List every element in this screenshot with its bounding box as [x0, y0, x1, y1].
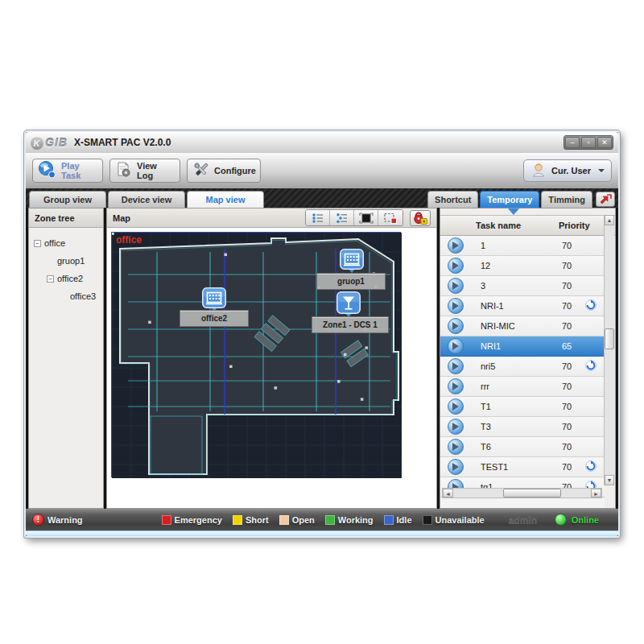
legend-swatch-unavailable — [423, 515, 432, 525]
horizontal-scrollbar[interactable]: ◄ ► — [442, 488, 602, 498]
map-viewport[interactable]: office gruop1office2Zone1 - DCS 1 — [107, 228, 436, 508]
play-task-icon[interactable] — [448, 318, 464, 334]
vscroll-thumb[interactable] — [605, 328, 614, 349]
play-sphere-icon — [38, 160, 57, 181]
tab-timming[interactable]: Timming — [541, 191, 592, 208]
building-icon — [340, 249, 364, 270]
play-task-icon[interactable] — [448, 378, 464, 394]
scroll-down-icon[interactable]: ▼ — [605, 475, 614, 485]
task-row-t3[interactable]: T370 — [440, 417, 605, 437]
task-priority: 70 — [548, 402, 585, 411]
task-priority: 70 — [548, 422, 585, 431]
select-all-button[interactable] — [354, 210, 378, 225]
loop-icon — [585, 360, 597, 371]
content-area: Zone tree −officegruop1−office2office3 M… — [26, 208, 618, 509]
view-log-button[interactable]: View Log — [109, 159, 180, 183]
task-priority: 70 — [548, 462, 585, 472]
column-task-name[interactable]: Task name — [476, 221, 559, 230]
task-row-t6[interactable]: T670 — [440, 437, 605, 457]
tree-item-label: office — [44, 238, 65, 248]
play-task-icon[interactable] — [448, 439, 464, 455]
play-task-icon[interactable] — [448, 398, 464, 415]
play-task-icon[interactable] — [448, 338, 464, 354]
minimize-button[interactable]: – — [565, 137, 580, 148]
play-triangle — [452, 443, 463, 451]
task-table-header: Task name Priority — [440, 215, 615, 236]
play-task-icon[interactable] — [448, 278, 464, 294]
play-triangle — [452, 322, 463, 330]
close-button[interactable]: ✕ — [597, 137, 612, 148]
task-priority: 70 — [548, 382, 585, 391]
hscroll-thumb[interactable] — [503, 489, 561, 497]
group-list-button[interactable] — [306, 210, 330, 225]
column-priority[interactable]: Priority — [559, 221, 596, 230]
device-list-button[interactable] — [330, 210, 354, 225]
building-icon — [202, 287, 226, 308]
alarm-lock-button[interactable] — [410, 210, 431, 226]
warning-indicator[interactable]: ! Warning — [32, 514, 83, 526]
task-panel: Task name Priority 1701270370NRI-170NRI-… — [440, 208, 616, 509]
task-name: 3 — [476, 281, 548, 291]
tab-group-view[interactable]: Group view — [29, 191, 106, 208]
zone-tree: −officegruop1−office2office3 — [29, 228, 103, 312]
task-priority: 70 — [548, 321, 585, 331]
task-loop — [585, 299, 605, 312]
play-task-icon[interactable] — [448, 298, 464, 314]
task-loop — [585, 360, 605, 373]
user-avatar-icon — [530, 162, 547, 180]
play-task-icon[interactable] — [448, 419, 464, 435]
tab-shortcut[interactable]: Shortcut — [427, 191, 478, 208]
play-task-icon[interactable] — [448, 459, 464, 475]
play-task-icon[interactable] — [448, 358, 464, 374]
task-row-nri5[interactable]: nri570 — [440, 357, 605, 377]
tree-item-gruop1[interactable]: gruop1 — [31, 252, 101, 270]
marker-label-zone1-dcs-1[interactable]: Zone1 - DCS 1 — [312, 316, 389, 333]
task-row-nri-mic[interactable]: NRI-MIC70 — [440, 316, 605, 336]
tab-strip: Group viewDevice viewMap view ShortcutTe… — [26, 188, 618, 208]
legend-swatch-idle — [384, 515, 394, 525]
alarm-lock-icon — [413, 212, 427, 225]
tab-device-view[interactable]: Device view — [108, 191, 185, 208]
deselect-button[interactable] — [378, 210, 402, 225]
app-logo: KGIB — [31, 136, 68, 150]
task-row-3[interactable]: 370 — [440, 276, 605, 296]
task-name: nri5 — [476, 361, 548, 371]
marker-label-gruop1[interactable]: gruop1 — [316, 273, 386, 290]
scroll-right-icon[interactable]: ► — [591, 489, 601, 497]
tab-map-view[interactable]: Map view — [187, 191, 264, 208]
vertical-scrollbar[interactable]: ▲ ▼ — [604, 215, 614, 485]
legend-working: Working — [325, 515, 374, 525]
marker-label-office2[interactable]: office2 — [180, 310, 249, 327]
collapse-icon[interactable]: − — [34, 240, 41, 247]
tree-item-office3[interactable]: office3 — [31, 287, 101, 305]
collapse-icon[interactable]: − — [47, 275, 54, 283]
play-task-button[interactable]: Play Task — [32, 159, 103, 183]
legend-swatch-emergency — [162, 515, 171, 525]
task-row-1[interactable]: 170 — [440, 236, 605, 256]
scroll-left-icon[interactable]: ◄ — [443, 489, 453, 497]
play-triangle — [452, 402, 463, 411]
tree-item-office2[interactable]: −office2 — [31, 270, 101, 287]
task-row-nri1[interactable]: NRI165 — [440, 336, 605, 357]
scroll-up-icon[interactable]: ▲ — [605, 215, 614, 225]
task-row-test1[interactable]: TEST170 — [440, 457, 605, 477]
pin-tasks-button[interactable] — [596, 192, 615, 207]
task-row-t1[interactable]: T170 — [440, 397, 605, 417]
maximize-button[interactable]: ▫ — [581, 137, 596, 148]
play-task-icon[interactable] — [448, 237, 464, 254]
online-icon — [555, 514, 567, 526]
task-row-rrr[interactable]: rrr70 — [440, 377, 605, 397]
configure-button[interactable]: Configure — [187, 159, 261, 183]
view-tabs: Group viewDevice viewMap view — [29, 191, 266, 208]
zone-tree-panel: Zone tree −officegruop1−office2office3 — [28, 208, 104, 509]
task-row-12[interactable]: 1270 — [440, 256, 605, 276]
tree-item-office[interactable]: −office — [31, 234, 101, 252]
tab-temporary[interactable]: Temporary — [480, 191, 539, 208]
map-tool-group — [305, 209, 403, 226]
window-controls: – ▫ ✕ — [564, 135, 613, 150]
play-task-icon[interactable] — [448, 258, 464, 274]
task-row-nri-1[interactable]: NRI-170 — [440, 296, 605, 316]
current-user-button[interactable]: Cur. User — [523, 159, 612, 182]
logged-in-user: admin — [509, 514, 537, 526]
map-canvas[interactable]: office gruop1office2Zone1 - DCS 1 — [111, 232, 401, 477]
